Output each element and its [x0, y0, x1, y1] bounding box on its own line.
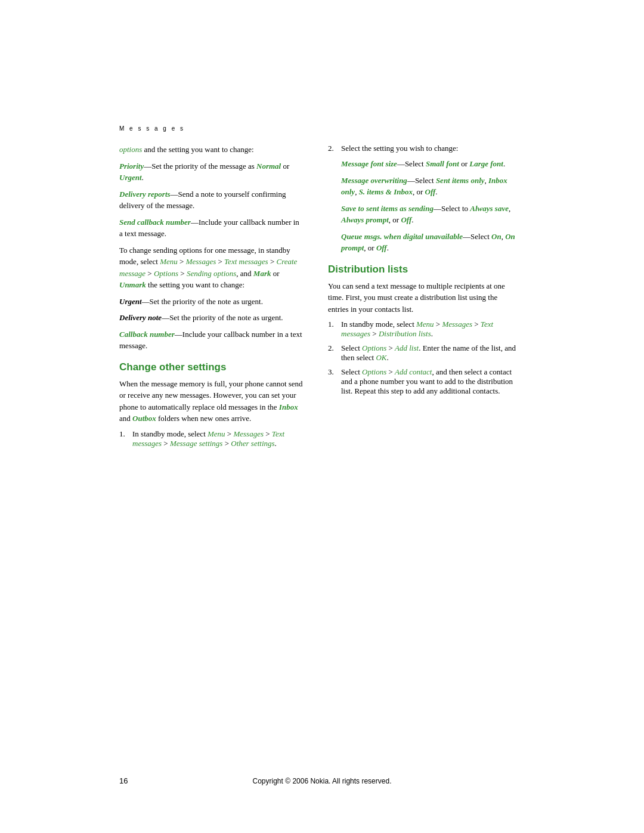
- change-other-intro: When the message memory is full, your ph…: [119, 378, 304, 425]
- urgent-note-text: Urgent—Set the priority of the note as u…: [119, 296, 304, 308]
- delivery-reports-section: Delivery reports—Send a note to yourself…: [119, 188, 304, 212]
- intro-text: options and the setting you want to chan…: [119, 144, 304, 156]
- dist-step3-options: Options: [362, 367, 386, 376]
- options-link-1: Options: [154, 269, 178, 278]
- msgfontsize-text: Message font size—Select Small font or L…: [341, 158, 519, 170]
- msgfontsize-section: Message font size—Select Small font or L…: [341, 158, 519, 170]
- footer-page-number: 16: [119, 776, 128, 785]
- dist-step3: 3. Select Options > Add contact, and the…: [328, 367, 519, 396]
- queuemsgs-text: Queue msgs. when digital unavailable—Sel…: [341, 231, 519, 254]
- callback-number-text: Callback number—Include your callback nu…: [119, 329, 304, 352]
- priority-label: Priority: [119, 162, 144, 171]
- priority-section: Priority—Set the priority of the message…: [119, 160, 304, 184]
- change-sending-text: To change sending options for one messag…: [119, 244, 304, 291]
- callback-number-label: Callback number: [119, 330, 175, 339]
- messages-link-1: Messages: [186, 257, 216, 266]
- largefont-option: Large font: [469, 159, 503, 168]
- unmark-link: Unmark: [119, 280, 146, 289]
- step1-messagesettings: Message settings: [170, 439, 222, 448]
- left-column: options and the setting you want to chan…: [119, 144, 304, 453]
- dist-step-number-1: 1.: [328, 320, 338, 339]
- settings-step2: 2. Select the setting you wish to change…: [328, 144, 519, 153]
- sendingoptions-link: Sending options: [187, 269, 236, 278]
- queuemsgs-section: Queue msgs. when digital unavailable—Sel…: [341, 231, 519, 254]
- priority-text: Priority—Set the priority of the message…: [119, 160, 304, 184]
- callback-number-section: Callback number—Include your callback nu…: [119, 329, 304, 352]
- dist-step3-text: Select Options > Add contact, and then s…: [341, 367, 519, 396]
- delivery-reports-text: Delivery reports—Send a note to yourself…: [119, 188, 304, 212]
- step1-text: In standby mode, select Menu > Messages …: [132, 429, 304, 448]
- change-settings-step1: 1. In standby mode, select Menu > Messag…: [119, 429, 304, 448]
- dist-step1-messages: Messages: [442, 320, 472, 329]
- dist-step1: 1. In standby mode, select Menu > Messag…: [328, 320, 519, 339]
- footer-copyright: Copyright © 2006 Nokia. All rights reser…: [253, 777, 392, 785]
- normal-option: Normal: [256, 162, 281, 171]
- dist-step2-addlist: Add list: [395, 343, 419, 352]
- savetosent-section: Save to sent items as sending—Select to …: [341, 203, 519, 226]
- msgoverwriting-label: Message overwriting: [341, 176, 407, 185]
- smallfont-option: Small font: [426, 159, 459, 168]
- savetosent-label: Save to sent items as sending: [341, 204, 434, 213]
- distribution-intro: You can send a text message to multiple …: [328, 280, 519, 315]
- urgent-note-section: Urgent—Set the priority of the note as u…: [119, 296, 304, 308]
- delivery-reports-label: Delivery reports: [119, 190, 171, 199]
- off1-option: Off: [425, 187, 436, 196]
- delivery-note-label: Delivery note: [119, 313, 162, 322]
- step-number-1: 1.: [119, 429, 129, 448]
- two-column-layout: options and the setting you want to chan…: [119, 144, 596, 453]
- sentitemsonly-option: Sent items only: [436, 176, 485, 185]
- queuemsgs-label: Queue msgs. when digital unavailable: [341, 232, 463, 241]
- off2-option: Off: [401, 215, 411, 224]
- distribution-lists-heading: Distribution lists: [328, 264, 519, 275]
- step2-text: Select the setting you wish to change:: [341, 144, 519, 153]
- alwaysprompt-option: Always prompt: [341, 215, 389, 224]
- callback-section: Send callback number—Include your callba…: [119, 216, 304, 240]
- menu-link-1: Menu: [160, 257, 178, 266]
- inbox-link: Inbox: [279, 402, 298, 411]
- right-column: 2. Select the setting you wish to change…: [328, 144, 519, 453]
- dist-step2-text: Select Options > Add list. Enter the nam…: [341, 343, 519, 363]
- step1-messages: Messages: [233, 429, 264, 438]
- dist-step-number-2: 2.: [328, 343, 338, 363]
- msgfontsize-label: Message font size: [341, 159, 397, 168]
- step1-othersettings: Other settings: [231, 439, 274, 448]
- dist-step2-options: Options: [362, 343, 386, 352]
- dist-step-number-3: 3.: [328, 367, 338, 396]
- step-number-2: 2.: [328, 144, 338, 153]
- change-sending-section: To change sending options for one messag…: [119, 244, 304, 291]
- dist-step1-distlists: Distribution lists: [379, 329, 431, 338]
- sitems-option: S. items & Inbox: [359, 187, 413, 196]
- delivery-note-text: Delivery note—Set the priority of the no…: [119, 312, 304, 324]
- step1-menu: Menu: [208, 429, 225, 438]
- dist-step2-ok: OK: [376, 353, 386, 362]
- delivery-note-section: Delivery note—Set the priority of the no…: [119, 312, 304, 324]
- page-header: M e s s a g e s: [119, 125, 596, 132]
- msgoverwriting-text: Message overwriting—Select Sent items on…: [341, 175, 519, 198]
- msgoverwriting-section: Message overwriting—Select Sent items on…: [341, 175, 519, 198]
- mark-link: Mark: [253, 269, 271, 278]
- dist-step1-menu: Menu: [416, 320, 434, 329]
- dist-step1-text: In standby mode, select Menu > Messages …: [341, 320, 519, 339]
- savetosent-text: Save to sent items as sending—Select to …: [341, 203, 519, 226]
- off3-option: Off: [376, 243, 387, 252]
- dist-step2: 2. Select Options > Add list. Enter the …: [328, 343, 519, 363]
- page: M e s s a g e s options and the setting …: [0, 0, 644, 833]
- textmessages-link-1: Text messages: [224, 257, 268, 266]
- alwayssave-option: Always save: [470, 204, 509, 213]
- change-other-settings-heading: Change other settings: [119, 361, 304, 373]
- options-link: options: [119, 145, 142, 154]
- page-content: M e s s a g e s options and the setting …: [119, 125, 596, 726]
- callback-label: Send callback number: [119, 218, 191, 227]
- outbox-link: Outbox: [132, 414, 156, 423]
- on-option: On: [491, 232, 501, 241]
- callback-text: Send callback number—Include your callba…: [119, 216, 304, 240]
- dist-step3-addcontact: Add contact: [395, 367, 432, 376]
- urgent-option: Urgent: [119, 173, 142, 182]
- urgent-note-label: Urgent: [119, 297, 142, 306]
